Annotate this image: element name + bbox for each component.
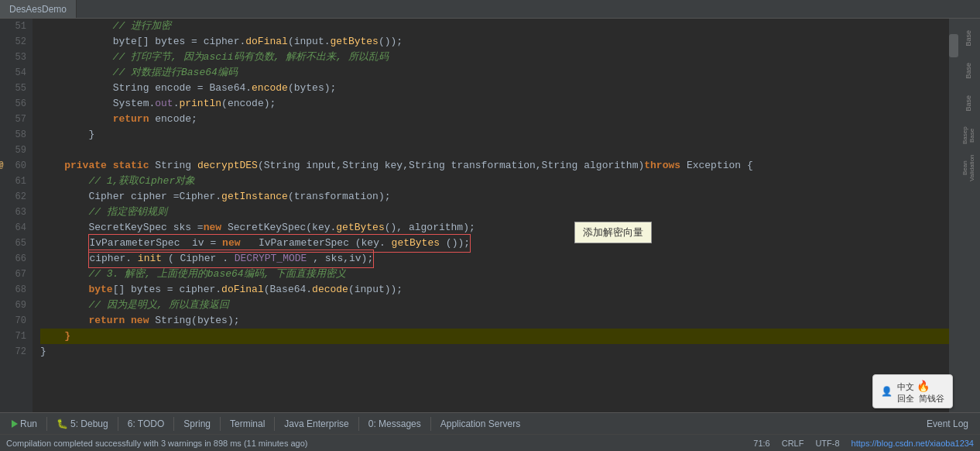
line-num-61: 61 (0, 174, 26, 189)
code-line-64: SecretKeySpec sks = new SecretKeySpec (k… (40, 220, 949, 236)
todo-label: 6: TODO (128, 418, 165, 429)
toolbar-sep-7 (430, 417, 431, 431)
event-log-label: Event Log (927, 418, 968, 429)
toolbar-sep-6 (358, 417, 359, 431)
url-text[interactable]: https://blog.csdn.net/xiaoba1234 (852, 439, 974, 448)
line-num-70: 70 (0, 313, 26, 329)
tooltip-text: 添加解密向量 (583, 226, 643, 238)
sidebar-icon-base2[interactable]: Base (961, 55, 978, 86)
code-line-70: return new String (bytes); (40, 313, 949, 329)
todo-button[interactable]: 6: TODO (122, 415, 170, 432)
code-line-66: cipher. init ( Cipher . DECRYPT_MODE , s… (40, 251, 949, 267)
code-line-68: byte [] bytes = cipher. doFinal (Base64.… (40, 282, 949, 298)
event-log-button[interactable]: Event Log (921, 415, 974, 432)
toolbar-sep-1 (46, 417, 47, 431)
line-num-53: 53 (0, 50, 26, 65)
widget-text: 中文 🔥 回全 简钱谷 (897, 379, 944, 404)
line-num-55: 55 (0, 81, 26, 96)
sidebar-icon-basepbase[interactable]: Basep Base (961, 120, 978, 151)
messages-button[interactable]: 0: Messages (363, 415, 427, 432)
toolbar-sep-2 (118, 417, 118, 431)
code-line-65: IvParameterSpec iv = new IvParameterSpec… (40, 236, 949, 251)
line-num-68: 68 (0, 282, 26, 298)
encoding: UTF-8 (815, 439, 839, 448)
code-line-60: private static String decryptDES ( Strin… (40, 158, 949, 174)
spring-button[interactable]: Spring (178, 415, 216, 432)
run-icon (12, 420, 18, 428)
line-num-64: 64 (0, 220, 26, 236)
file-tab-bar: DesAesDemo (0, 0, 980, 19)
debug-icon: 🐛 (57, 418, 68, 429)
toolbar-sep-3 (173, 417, 174, 431)
line-num-56: 56 (0, 96, 26, 112)
scrollbar-thumb[interactable] (949, 34, 958, 57)
code-line-61: // 1,获取Cipher对象 (40, 174, 949, 189)
terminal-label: Terminal (230, 418, 265, 429)
line-num-59: 59 (0, 143, 26, 158)
sidebar-icon-beanvalidation[interactable]: Bean Validation (961, 153, 978, 184)
line-num-72: 72 (0, 344, 26, 360)
right-sidebar: Base Base Base Basep Base Bean Validatio… (958, 19, 980, 412)
line-num-69: 69 (0, 298, 26, 313)
toolbar-sep-5 (274, 417, 275, 431)
line-numbers-gutter: 51 52 53 54 55 56 57 58 59 @ 60 61 62 63… (0, 19, 33, 412)
code-line-51: // 进行加密 (40, 19, 949, 34)
line-num-57: 57 (0, 112, 26, 127)
file-tab[interactable]: DesAesDemo (0, 0, 77, 18)
editor-wrapper: DesAesDemo 51 52 53 54 55 56 57 58 59 @ … (0, 0, 980, 451)
code-line-62: Cipher cipher = Cipher . getInstance (tr… (40, 189, 949, 205)
code-line-53: // 打印字节, 因为ascii码有负数, 解析不出来, 所以乱码 (40, 50, 949, 65)
status-message: Compilation completed successfully with … (6, 439, 753, 448)
file-tab-label: DesAesDemo (9, 4, 67, 15)
scrollbar[interactable] (949, 19, 958, 412)
code-line-56: System . out . println (encode); (40, 96, 949, 112)
code-line-67: // 3. 解密, 上面使用的base64编码, 下面直接用密义 (40, 267, 949, 282)
line-num-52: 52 (0, 34, 26, 50)
line-num-67: 67 (0, 267, 26, 282)
code-line-72: } (40, 344, 949, 360)
status-right: 71:6 CRLF UTF-8 https://blog.csdn.net/xi… (753, 439, 974, 448)
widget-line1: 中文 🔥 (897, 379, 944, 393)
code-line-54: // 对数据进行Base64编码 (40, 65, 949, 81)
bottom-toolbar: Run 🐛 5: Debug 6: TODO Spring Terminal J… (0, 412, 980, 434)
widget-line2: 回全 简钱谷 (897, 393, 944, 404)
java-enterprise-button[interactable]: Java Enterprise (279, 415, 354, 432)
redbox-line65: IvParameterSpec iv = new IvParameterSpec… (88, 234, 471, 253)
sidebar-icon-base1[interactable]: Base (961, 22, 978, 53)
code-content[interactable]: // 进行加密 byte[] bytes = cipher. doFinal (… (33, 19, 949, 412)
app-servers-button[interactable]: Application Servers (435, 415, 526, 432)
cursor-position: 71:6 (753, 439, 769, 448)
line-num-71: 71 (0, 329, 26, 344)
toolbar-sep-4 (220, 417, 221, 431)
widget-icon-person: 👤 (881, 386, 893, 397)
float-widget[interactable]: 👤 中文 🔥 回全 简钱谷 (872, 374, 953, 408)
code-line-57: return encode; (40, 112, 949, 127)
sidebar-icon-base3[interactable]: Base (961, 88, 978, 119)
line-num-65: 65 (0, 236, 26, 251)
line-num-58: 58 (0, 127, 26, 143)
line-num-51: 51 (0, 19, 26, 34)
app-servers-label: Application Servers (440, 418, 520, 429)
terminal-button[interactable]: Terminal (224, 415, 270, 432)
debug-label: 5: Debug (70, 418, 108, 429)
line-num-60: @ 60 (0, 158, 26, 174)
debug-button[interactable]: 🐛 5: Debug (51, 415, 114, 432)
code-line-58: } (40, 127, 949, 143)
line-num-62: 62 (0, 189, 26, 205)
java-enterprise-label: Java Enterprise (284, 418, 348, 429)
code-line-63: // 指定密钥规则 (40, 205, 949, 220)
tooltip-popup: 添加解密向量 (574, 222, 652, 243)
code-line-52: byte[] bytes = cipher. doFinal (input. g… (40, 34, 949, 50)
line-ending: CRLF (782, 439, 804, 448)
run-label: Run (20, 418, 37, 429)
messages-label: 0: Messages (368, 418, 421, 429)
run-button[interactable]: Run (6, 415, 43, 432)
code-line-69: // 因为是明义, 所以直接返回 (40, 298, 949, 313)
code-line-71: } (40, 329, 949, 344)
status-bar: Compilation completed successfully with … (0, 434, 980, 451)
spring-label: Spring (183, 418, 211, 429)
line-num-66: 66 (0, 251, 26, 267)
code-line-55: String encode = Base64. encode (bytes); (40, 81, 949, 96)
line-num-63: 63 (0, 205, 26, 220)
line-num-54: 54 (0, 65, 26, 81)
